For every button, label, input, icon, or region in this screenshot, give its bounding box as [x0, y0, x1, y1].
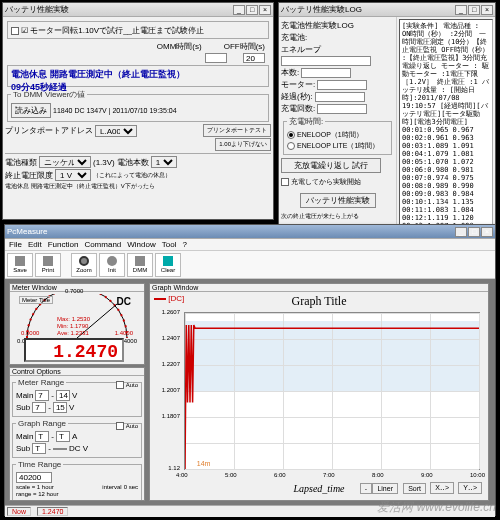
opt-eneloop: ENELOOP（1時間） [297, 130, 363, 140]
gauge-inner-min: 0.0000 [21, 330, 39, 336]
auto-label-2: Auto [126, 423, 138, 429]
winB-title: バッテリ性能実験LOG [281, 4, 362, 15]
float-btn-1[interactable]: - [360, 483, 372, 494]
winB-titlebar[interactable]: バッテリ性能実験LOG _ □ × [279, 3, 495, 17]
g-main-unit: A [72, 432, 77, 441]
winC-titlebar[interactable]: PcMeasure _ □ × [5, 225, 495, 239]
charge-time-label: 充電時間: [287, 116, 325, 127]
after-charge-label: 充電してから実験開始 [291, 177, 361, 187]
motor-cutoff-checkbox[interactable] [11, 27, 19, 35]
float-btn-x[interactable]: X‥> [430, 482, 454, 494]
tb-save[interactable]: Save [7, 253, 33, 277]
radio-eneloop[interactable] [287, 131, 295, 139]
control-title[interactable]: Control Options [10, 368, 144, 376]
auto-checkbox-2[interactable] [116, 422, 124, 430]
main-min-input[interactable]: 14 [56, 390, 70, 401]
g-main-min-input[interactable]: T [56, 431, 70, 442]
qty-label: 本数: [281, 67, 299, 78]
sub-min-input[interactable]: 15 [53, 402, 67, 413]
menu-window[interactable]: Window [127, 240, 155, 249]
maximize-icon[interactable]: □ [246, 5, 258, 15]
auto-checkbox-1[interactable] [116, 381, 124, 389]
float-btn-sort[interactable]: Sort [403, 483, 426, 494]
charge-input[interactable] [317, 104, 367, 114]
tb-clear[interactable]: Clear [155, 253, 181, 277]
footer-note: 電池休息 開路電圧測定中（終止電圧監視）V下がったら [5, 182, 155, 191]
charge-cycle-button[interactable]: 充放電繰り返し 試行 [281, 158, 381, 173]
off-input[interactable]: 20 [243, 53, 265, 63]
y-tick: 1.2007 [162, 387, 180, 393]
main-max-input[interactable]: 7 [35, 390, 49, 401]
cell-kind-label: 電池種類 [5, 157, 37, 168]
tb-init[interactable]: Init [99, 253, 125, 277]
status-reading: 1.2470 [37, 507, 68, 516]
port-lower-button[interactable]: 1.00より下げない [215, 138, 271, 151]
x-tick: 5:00 [225, 472, 237, 478]
battery-label: 充電池: [281, 32, 307, 43]
g-main-max-input[interactable]: T [35, 431, 49, 442]
time-range-legend: Time Range [16, 460, 63, 469]
g-sub-max-input[interactable]: T [32, 443, 46, 454]
end-input[interactable] [315, 92, 365, 102]
tb-dmm[interactable]: DMM [127, 253, 153, 277]
save-icon [15, 256, 25, 266]
qty-input[interactable] [301, 68, 351, 78]
y-tick: 1.2407 [162, 335, 180, 341]
winA-titlebar[interactable]: バッテリ性能実験 _ □ × [3, 3, 273, 17]
cell-kind-select[interactable]: ニッケル水素 [39, 156, 91, 168]
cutoff-label: 終止電圧限度 [5, 170, 53, 181]
g-sub-min-input[interactable] [53, 448, 67, 450]
log-textarea[interactable]: [実験条件] 電池品種 : ON時間（秒） :2分間 一時間電圧測定（10分）【… [399, 19, 493, 237]
radio-lite[interactable] [287, 142, 295, 150]
motor-label: モーター: [281, 79, 315, 90]
time-range-input[interactable]: 40200 [16, 472, 52, 483]
menu-command[interactable]: Command [84, 240, 121, 249]
tb-print-label: Print [42, 267, 54, 273]
zoom-icon [79, 256, 89, 266]
battery-input[interactable] [281, 56, 371, 66]
winB-close-icon[interactable]: × [481, 5, 493, 15]
cell-count-select[interactable]: 1 [151, 156, 177, 168]
tb-clear-label: Clear [161, 267, 175, 273]
meter-range-legend: Meter Range [16, 378, 66, 387]
tb-dmm-label: DMM [133, 267, 147, 273]
end-label: 経過(秒): [281, 91, 313, 102]
read-button[interactable]: 読み込み [11, 103, 51, 118]
winC-minimize-icon[interactable]: _ [455, 227, 467, 237]
graph-pane-title[interactable]: Graph Window [150, 284, 488, 292]
cutoff-select[interactable]: 1 V [55, 169, 91, 181]
minimize-icon[interactable]: _ [233, 5, 245, 15]
omm-input[interactable] [205, 53, 227, 63]
interval-label: interval [102, 484, 121, 490]
menu-edit[interactable]: Edit [28, 240, 42, 249]
menu-file[interactable]: File [9, 240, 22, 249]
port-test-button[interactable]: プリンタポートテスト [203, 124, 271, 137]
after-charge-checkbox[interactable] [281, 178, 289, 186]
printer-port-select[interactable]: L.A00h [95, 125, 137, 137]
tb-zoom[interactable]: Zoom [71, 253, 97, 277]
log-label: 充電池性能実験LOG [281, 20, 354, 31]
menu-tool[interactable]: Tool [162, 240, 177, 249]
winC-maximize-icon[interactable]: □ [468, 227, 480, 237]
float-btn-y[interactable]: Y‥> [458, 482, 482, 494]
close-icon[interactable]: × [259, 5, 271, 15]
motor-cutoff-label: ☑ モーター回転1.10Vで試行__止電圧まで試験停止 [21, 25, 204, 36]
menu-function[interactable]: Function [48, 240, 79, 249]
sub-max-input[interactable]: 7 [32, 402, 46, 413]
winB-maximize-icon[interactable]: □ [468, 5, 480, 15]
tb-print[interactable]: Print [35, 253, 61, 277]
motor-input[interactable] [317, 80, 367, 90]
omm-label: OMM時間(s) [157, 41, 202, 52]
winC-close-icon[interactable]: × [481, 227, 493, 237]
toolbar: Save Print Zoom Init DMM Clear [5, 251, 495, 279]
winB-minimize-icon[interactable]: _ [455, 5, 467, 15]
main-unit: V [72, 391, 77, 400]
tb-zoom-label: Zoom [76, 267, 91, 273]
gauge-mid: 0.7000 [65, 288, 83, 294]
gauge: DC 0.0000 1.4000 0.0000 0.7000 1.4000 Ma… [17, 294, 137, 344]
g-main-label: Main [16, 432, 33, 441]
prop-test-button[interactable]: バッテリ性能実験 [300, 193, 376, 208]
menu-help[interactable]: ? [182, 240, 186, 249]
float-btn-liner[interactable]: Liner [372, 483, 398, 494]
g-sub-label: Sub [16, 444, 30, 453]
